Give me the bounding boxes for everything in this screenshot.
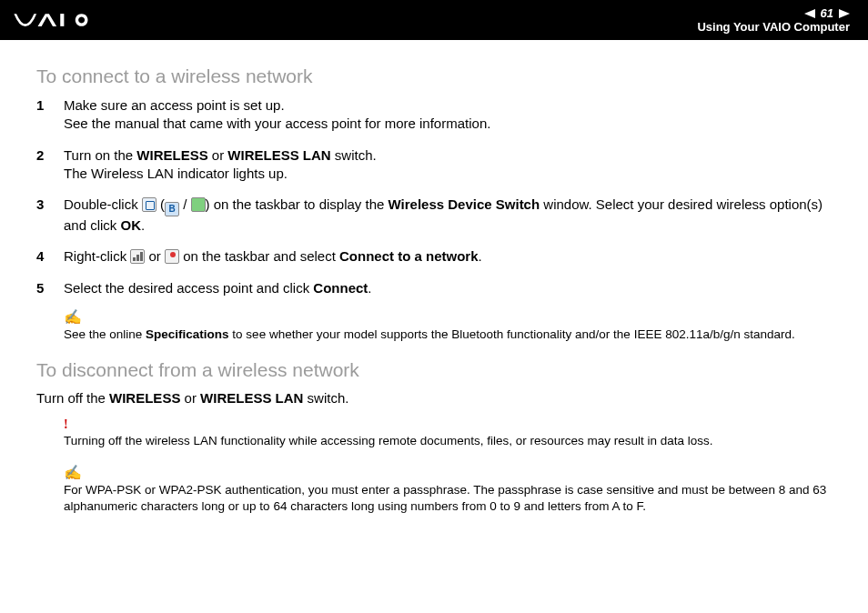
step-number: 4 xyxy=(36,247,44,266)
svg-marker-2 xyxy=(839,9,850,18)
step-2: 2 Turn on the WIRELESS or WIRELESS LAN s… xyxy=(36,146,846,184)
page-number: 61 xyxy=(821,6,833,20)
page-content: To connect to a wireless network 1 Make … xyxy=(0,40,868,516)
step-3: 3 Double-click (B / ) on the taskbar to … xyxy=(36,196,846,235)
note-icon: ✍ xyxy=(64,310,846,325)
svg-marker-1 xyxy=(804,9,815,18)
network-icon xyxy=(142,197,156,212)
network-red-icon xyxy=(165,249,179,264)
warning-icon: ! xyxy=(64,418,846,431)
connect-steps: 1 Make sure an access point is set up. S… xyxy=(36,96,846,297)
header-bar: 61 Using Your VAIO Computer xyxy=(0,0,868,40)
next-page-icon[interactable] xyxy=(839,9,850,18)
prev-page-icon[interactable] xyxy=(804,9,815,18)
note-text: For WPA-PSK or WPA2-PSK authentication, … xyxy=(64,482,846,515)
note-specifications: ✍ See the online Specifications to see w… xyxy=(36,310,846,343)
note-icon: ✍ xyxy=(64,466,846,480)
header-right: 61 Using Your VAIO Computer xyxy=(697,6,850,34)
step-4: 4 Right-click or on the taskbar and sele… xyxy=(36,247,846,266)
page-nav: 61 xyxy=(697,6,850,20)
lan-icon xyxy=(191,197,206,212)
step-number: 2 xyxy=(36,146,44,165)
heading-connect: To connect to a wireless network xyxy=(36,65,846,87)
vaio-logo xyxy=(13,10,113,30)
bluetooth-icon: B xyxy=(165,202,179,216)
signal-bars-icon xyxy=(130,249,145,264)
heading-disconnect: To disconnect from a wireless network xyxy=(36,359,846,381)
section-title: Using Your VAIO Computer xyxy=(697,20,850,34)
step-number: 5 xyxy=(36,279,44,297)
step-1: 1 Make sure an access point is set up. S… xyxy=(36,96,846,134)
step-number: 1 xyxy=(36,96,44,115)
warning-text: Turning off the wireless LAN functionali… xyxy=(64,433,846,449)
svg-rect-0 xyxy=(60,14,64,26)
disconnect-instruction: Turn off the WIRELESS or WIRELESS LAN sw… xyxy=(36,390,846,406)
step-5: 5 Select the desired access point and cl… xyxy=(36,279,846,297)
warning-block: ! Turning off the wireless LAN functiona… xyxy=(36,418,846,449)
note-passphrase: ✍ For WPA-PSK or WPA2-PSK authentication… xyxy=(36,466,846,515)
step-number: 3 xyxy=(36,196,44,214)
